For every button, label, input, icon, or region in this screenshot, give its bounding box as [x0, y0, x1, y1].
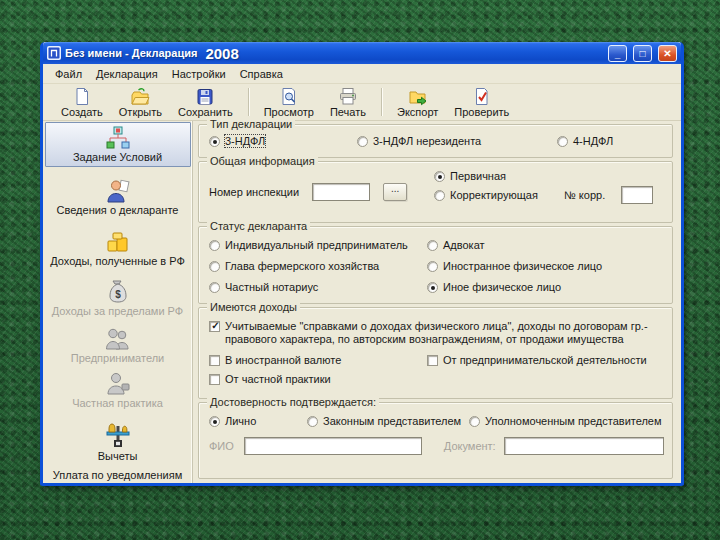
save-icon: [195, 87, 215, 106]
radio-farm-head[interactable]: Глава фермерского хозяйства: [209, 260, 427, 272]
radio-other-person[interactable]: Иное физическое лицо: [427, 281, 561, 293]
window-title: Без имени - Декларация: [65, 47, 197, 59]
close-button[interactable]: ✕: [658, 45, 677, 62]
menu-file[interactable]: Файл: [49, 66, 88, 82]
group-general-info-legend: Общая информация: [207, 155, 318, 167]
app-icon: [47, 46, 61, 60]
radio-authorized-representative-control: [469, 416, 480, 427]
checkbox-certificates-income-control: [209, 321, 220, 332]
group-income-types: Имеются доходы Учитываемые "справками о …: [198, 307, 673, 399]
open-folder-icon: [130, 87, 150, 106]
minimize-button[interactable]: _: [608, 45, 627, 62]
radio-private-notary-control: [209, 282, 220, 293]
preview-icon: [279, 87, 299, 106]
radio-4ndfl-control: [557, 136, 568, 147]
checkbox-entrepreneurial-activity[interactable]: От предпринимательской деятельности: [427, 354, 647, 366]
radio-foreign-person-control: [427, 261, 438, 272]
inspection-number-label: Номер инспекции: [209, 186, 299, 198]
radio-3ndfl-nonresident[interactable]: 3-НДФЛ нерезидента: [357, 135, 557, 147]
private-practice-icon: [105, 371, 131, 397]
sidebar-item-private-practice: Частная практика: [45, 368, 191, 412]
radio-legal-representative-control: [307, 416, 318, 427]
radio-other-person-control: [427, 282, 438, 293]
fio-label: ФИО: [209, 440, 234, 452]
radio-lawyer[interactable]: Адвокат: [427, 239, 485, 251]
group-general-info: Общая информация Номер инспекции ... Пер…: [198, 161, 673, 223]
sidebar-item-payment-notifications[interactable]: Уплата по уведомлениям: [45, 466, 191, 483]
inspection-number-input[interactable]: [312, 183, 370, 201]
radio-primary[interactable]: Первичная: [434, 170, 664, 182]
group-confirmation-legend: Достоверность подтверждается:: [207, 396, 379, 408]
open-button[interactable]: Открыть: [111, 86, 170, 119]
radio-foreign-person[interactable]: Иностранное физическое лицо: [427, 260, 602, 272]
radio-individual-entrepreneur[interactable]: Индивидуальный предприниматель: [209, 239, 427, 251]
income-abroad-icon: $: [105, 279, 131, 305]
radio-farm-head-control: [209, 261, 220, 272]
checkbox-entrepreneurial-activity-control: [427, 355, 438, 366]
radio-3ndfl-control: [209, 136, 220, 147]
entrepreneurs-icon: [105, 326, 131, 352]
export-icon: [408, 87, 428, 106]
maximize-button[interactable]: □: [633, 45, 652, 62]
inspection-browse-button[interactable]: ...: [383, 183, 407, 201]
svg-text:$: $: [115, 289, 121, 300]
document-label: Документ:: [444, 440, 496, 452]
sidebar: Задание Условий Сведения о декларанте: [43, 121, 193, 483]
sidebar-item-income-rf[interactable]: Доходы, полученные в РФ: [45, 225, 191, 271]
radio-personally[interactable]: Лично: [209, 415, 307, 427]
radio-3ndfl-nonresident-control: [357, 136, 368, 147]
deductions-icon: [103, 420, 133, 450]
radio-authorized-representative[interactable]: Уполномоченным представителем: [469, 415, 662, 427]
menu-bar: Файл Декларация Настройки Справка: [43, 64, 681, 84]
group-income-types-legend: Имеются доходы: [207, 301, 300, 313]
radio-personally-control: [209, 416, 220, 427]
toolbar-separator: [381, 88, 382, 116]
fio-input: [244, 437, 422, 455]
toolbar-separator: [248, 88, 249, 116]
checkbox-private-practice-control: [209, 374, 220, 385]
new-document-icon: [72, 87, 92, 106]
sidebar-item-entrepreneurs: Предприниматели: [45, 323, 191, 366]
group-declarant-status: Статус декларанта Индивидуальный предпри…: [198, 226, 673, 304]
checkbox-certificates-income[interactable]: Учитываемые "справками о доходах физичес…: [209, 320, 664, 346]
print-icon: [338, 87, 358, 106]
group-declaration-type-legend: Тип декларации: [207, 118, 295, 130]
export-button[interactable]: Экспорт: [389, 86, 446, 119]
income-rf-icon: [105, 229, 131, 255]
toolbar: Создать Открыть Сохранить: [43, 84, 681, 121]
print-button[interactable]: Печать: [322, 86, 374, 119]
declarant-icon: [105, 178, 131, 204]
checkbox-foreign-currency-control: [209, 355, 220, 366]
window-title-year: 2008: [205, 45, 238, 62]
group-confirmation: Достоверность подтверждается: Лично Зако…: [198, 402, 673, 479]
radio-correcting[interactable]: Корректирующая: [434, 189, 562, 201]
menu-help[interactable]: Справка: [234, 66, 289, 82]
corr-number-label: № корр.: [564, 189, 605, 201]
verify-button[interactable]: Проверить: [446, 86, 517, 119]
title-bar: Без имени - Декларация 2008 _ □ ✕: [43, 42, 681, 64]
sidebar-item-declarant[interactable]: Сведения о декларанте: [45, 173, 191, 221]
radio-lawyer-control: [427, 240, 438, 251]
sidebar-item-deductions[interactable]: Вычеты: [45, 416, 191, 466]
radio-3ndfl[interactable]: 3-НДФЛ: [209, 135, 357, 147]
menu-settings[interactable]: Настройки: [166, 66, 232, 82]
radio-individual-entrepreneur-control: [209, 240, 220, 251]
document-input: [504, 437, 664, 455]
content-area: Задание Условий Сведения о декларанте: [43, 121, 681, 483]
create-button[interactable]: Создать: [53, 86, 111, 119]
group-declarant-status-legend: Статус декларанта: [207, 220, 310, 232]
save-button[interactable]: Сохранить: [170, 86, 241, 119]
radio-private-notary[interactable]: Частный нотариус: [209, 281, 427, 293]
conditions-icon: [105, 125, 131, 151]
verify-icon: [472, 87, 492, 106]
radio-legal-representative[interactable]: Законным представителем: [307, 415, 469, 427]
checkbox-foreign-currency[interactable]: В иностранной валюте: [209, 354, 427, 366]
preview-button[interactable]: Просмотр: [256, 86, 322, 119]
corr-number-input[interactable]: [621, 186, 653, 204]
radio-correcting-control: [434, 190, 445, 201]
sidebar-item-income-abroad: $ Доходы за пределами РФ: [45, 275, 191, 321]
menu-declaration[interactable]: Декларация: [90, 66, 164, 82]
radio-4ndfl[interactable]: 4-НДФЛ: [557, 135, 613, 147]
sidebar-item-conditions[interactable]: Задание Условий: [45, 122, 191, 167]
checkbox-private-practice[interactable]: От частной практики: [209, 373, 664, 385]
